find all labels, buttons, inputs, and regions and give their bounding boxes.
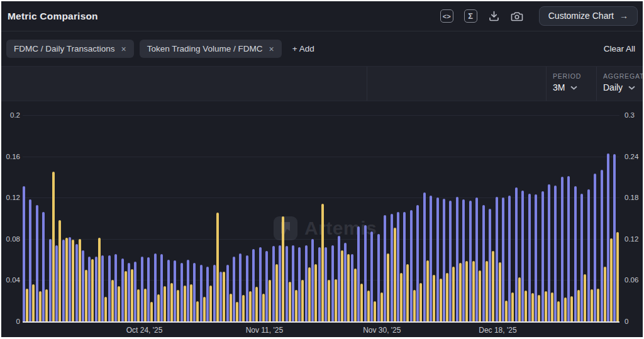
period-dropdown[interactable]: 3M: [553, 82, 596, 92]
bar-group[interactable]: [239, 115, 245, 321]
bar-fdmc-daily-transactions[interactable]: [108, 255, 111, 321]
bar-fdmc-daily-transactions[interactable]: [521, 191, 524, 321]
bar-fdmc-daily-transactions[interactable]: [279, 245, 281, 321]
bar-fdmc-daily-transactions[interactable]: [69, 237, 71, 321]
bar-fdmc-daily-transactions[interactable]: [515, 187, 518, 321]
bar-fdmc-daily-transactions[interactable]: [502, 197, 504, 321]
bar-group[interactable]: [357, 115, 363, 321]
bar-token-trading-volume-fdmc[interactable]: [308, 267, 311, 321]
bar-fdmc-daily-transactions[interactable]: [252, 249, 255, 321]
bar-group[interactable]: [469, 115, 475, 321]
bar-group[interactable]: [95, 115, 101, 321]
bar-group[interactable]: [377, 115, 383, 321]
bar-fdmc-daily-transactions[interactable]: [49, 239, 52, 321]
bar-fdmc-daily-transactions[interactable]: [462, 199, 465, 321]
bar-token-trading-volume-fdmc[interactable]: [91, 259, 94, 321]
bar-fdmc-daily-transactions[interactable]: [213, 265, 216, 321]
bar-fdmc-daily-transactions[interactable]: [391, 214, 393, 321]
bar-group[interactable]: [574, 115, 580, 321]
close-icon[interactable]: ×: [121, 45, 126, 53]
bar-fdmc-daily-transactions[interactable]: [36, 205, 38, 321]
bar-token-trading-volume-fdmc[interactable]: [597, 289, 599, 321]
bar-group[interactable]: [561, 115, 567, 321]
bar-token-trading-volume-fdmc[interactable]: [65, 238, 68, 321]
bar-group[interactable]: [108, 115, 114, 321]
bar-fdmc-daily-transactions[interactable]: [489, 209, 491, 321]
bar-fdmc-daily-transactions[interactable]: [154, 253, 157, 321]
bar-group[interactable]: [62, 115, 68, 321]
bar-fdmc-daily-transactions[interactable]: [114, 254, 117, 321]
bar-group[interactable]: [384, 115, 389, 321]
bar-group[interactable]: [370, 115, 376, 321]
bar-group[interactable]: [515, 115, 521, 321]
bar-token-trading-volume-fdmc[interactable]: [52, 172, 55, 321]
bar-fdmc-daily-transactions[interactable]: [101, 255, 104, 321]
bar-group[interactable]: [252, 115, 258, 321]
bar-token-trading-volume-fdmc[interactable]: [347, 254, 350, 321]
chip-fdmc-daily-transactions[interactable]: FDMC / Daily Transactions ×: [6, 40, 134, 58]
bar-fdmc-daily-transactions[interactable]: [397, 212, 399, 321]
bar-token-trading-volume-fdmc[interactable]: [301, 280, 304, 321]
bar-token-trading-volume-fdmc[interactable]: [118, 286, 120, 321]
bar-group[interactable]: [528, 115, 534, 321]
bar-token-trading-volume-fdmc[interactable]: [511, 292, 514, 321]
bar-fdmc-daily-transactions[interactable]: [561, 177, 564, 321]
bar-group[interactable]: [36, 115, 42, 321]
bar-group[interactable]: [55, 115, 61, 321]
bar-fdmc-daily-transactions[interactable]: [351, 254, 353, 321]
bar-group[interactable]: [180, 115, 186, 321]
bar-token-trading-volume-fdmc[interactable]: [262, 294, 265, 321]
bar-fdmc-daily-transactions[interactable]: [601, 170, 603, 321]
bar-fdmc-daily-transactions[interactable]: [200, 265, 203, 321]
bar-token-trading-volume-fdmc[interactable]: [203, 297, 206, 321]
bar-fdmc-daily-transactions[interactable]: [456, 197, 458, 321]
bar-fdmc-daily-transactions[interactable]: [121, 258, 124, 321]
bar-group[interactable]: [587, 115, 593, 321]
bar-token-trading-volume-fdmc[interactable]: [209, 286, 212, 321]
bar-fdmc-daily-transactions[interactable]: [364, 225, 367, 321]
bar-token-trading-volume-fdmc[interactable]: [157, 294, 160, 321]
bar-token-trading-volume-fdmc[interactable]: [58, 220, 61, 321]
bar-token-trading-volume-fdmc[interactable]: [45, 289, 48, 321]
bar-token-trading-volume-fdmc[interactable]: [564, 297, 567, 321]
bar-fdmc-daily-transactions[interactable]: [180, 263, 183, 321]
bar-group[interactable]: [286, 115, 291, 321]
bar-token-trading-volume-fdmc[interactable]: [452, 267, 455, 321]
bar-token-trading-volume-fdmc[interactable]: [459, 263, 462, 321]
bar-token-trading-volume-fdmc[interactable]: [616, 232, 619, 321]
bar-token-trading-volume-fdmc[interactable]: [479, 270, 481, 321]
bar-group[interactable]: [416, 115, 422, 321]
sigma-formula-icon[interactable]: Σ: [464, 9, 477, 23]
bar-token-trading-volume-fdmc[interactable]: [269, 280, 271, 321]
bar-fdmc-daily-transactions[interactable]: [475, 197, 478, 321]
bar-token-trading-volume-fdmc[interactable]: [472, 261, 475, 321]
bar-fdmc-daily-transactions[interactable]: [338, 236, 340, 321]
bar-fdmc-daily-transactions[interactable]: [436, 197, 439, 321]
bar-group[interactable]: [594, 115, 599, 321]
bar-fdmc-daily-transactions[interactable]: [325, 247, 327, 321]
bar-fdmc-daily-transactions[interactable]: [423, 192, 426, 321]
bar-group[interactable]: [265, 115, 271, 321]
bar-token-trading-volume-fdmc[interactable]: [125, 271, 127, 321]
bar-fdmc-daily-transactions[interactable]: [292, 245, 294, 321]
bar-group[interactable]: [508, 115, 514, 321]
bar-fdmc-daily-transactions[interactable]: [357, 226, 360, 321]
bar-fdmc-daily-transactions[interactable]: [318, 247, 321, 321]
bar-fdmc-daily-transactions[interactable]: [331, 245, 334, 321]
bar-fdmc-daily-transactions[interactable]: [403, 212, 406, 321]
bar-group[interactable]: [443, 115, 448, 321]
bar-group[interactable]: [305, 115, 311, 321]
bar-fdmc-daily-transactions[interactable]: [377, 234, 380, 321]
bar-group[interactable]: [23, 115, 28, 321]
bar-token-trading-volume-fdmc[interactable]: [282, 216, 284, 321]
bar-group[interactable]: [128, 115, 133, 321]
bar-fdmc-daily-transactions[interactable]: [82, 250, 84, 321]
bar-group[interactable]: [502, 115, 508, 321]
bar-group[interactable]: [607, 115, 613, 321]
bar-fdmc-daily-transactions[interactable]: [410, 210, 413, 321]
bar-group[interactable]: [331, 115, 337, 321]
bar-fdmc-daily-transactions[interactable]: [23, 186, 25, 321]
bar-token-trading-volume-fdmc[interactable]: [164, 286, 166, 321]
bar-token-trading-volume-fdmc[interactable]: [518, 277, 521, 321]
bar-token-trading-volume-fdmc[interactable]: [499, 262, 501, 321]
